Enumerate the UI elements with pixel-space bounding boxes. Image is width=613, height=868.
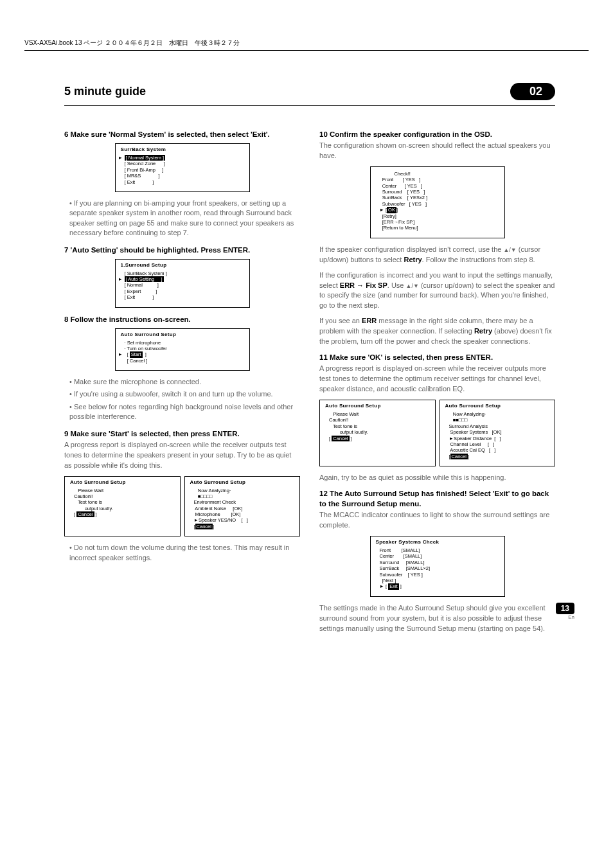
osd-line: [Retry] [380, 213, 499, 219]
err-word: ERR [362, 317, 377, 324]
osd-please-wait-1: Auto Surround Setup Please Wait Caution!… [64, 476, 181, 537]
osd-line: Please Wait [74, 488, 175, 493]
step-9-bullets: Do not turn down the volume during the t… [69, 543, 300, 563]
right-column: 10 Confirm the speaker configuration in … [319, 125, 555, 639]
osd-line: ► [ Exit ] [380, 583, 499, 589]
osd-line: Caution!! [329, 417, 430, 423]
osd-title: 1.Surround Setup [116, 260, 249, 269]
step-9-head: 9 Make sure 'Start' is selected, then pr… [64, 429, 300, 439]
page-title: 5 minute guide [64, 85, 146, 98]
osd-line: Now Analyzing· [449, 411, 550, 417]
step-10-head: 10 Confirm the speaker configuration in … [319, 129, 555, 139]
osd-check: Check!! Front [ YES ] Center [ YES ] Sur… [370, 166, 505, 238]
up-down-icon: ▲/▼ [406, 282, 419, 290]
osd-body: Now Analyzing· ■■□□□ Surround Analysis S… [440, 410, 555, 466]
header-rule [24, 50, 589, 51]
osd-surrback-system: SurrBack System ►[ Normal System ] [ Sec… [115, 143, 250, 192]
chapter-badge: 02 [510, 83, 555, 100]
osd-line: [ SurrBack System ] [125, 270, 244, 276]
page-lang: En [556, 614, 574, 620]
osd-line: Surround [ YES ] [380, 189, 499, 195]
osd-line: Microphone [OK] [194, 511, 295, 517]
osd-line: Test tone is [74, 499, 175, 505]
osd-line: [Next ] [380, 578, 499, 583]
osd-row-analyze-2: Auto Surround Setup Please Wait Caution!… [319, 400, 555, 466]
title-row: 5 minute guide 02 [64, 83, 555, 100]
osd-line: output loudly. [74, 506, 175, 511]
osd-line: [Cancel] [449, 454, 550, 459]
step-12-p2: The settings made in the Auto Surround S… [319, 603, 555, 634]
osd-line: Surround [SMALL] [380, 560, 499, 565]
osd-line: ►[ Normal System ] [125, 155, 244, 161]
osd-line: [ Expert ] [125, 288, 244, 294]
book-header-text: VSX-AX5Ai.book 13 ページ ２００４年６月２日 水曜日 午後３時… [24, 39, 240, 46]
osd-line: Please Wait [329, 411, 430, 417]
osd-line: · Turn on subwoofer [125, 346, 244, 351]
osd-title: Auto Surround Setup [116, 329, 249, 339]
step-8-bullets: Make sure the microphone is connected. I… [69, 377, 300, 422]
osd-env-check: Auto Surround Setup Now Analyzing· ■□□□□… [184, 476, 301, 537]
step-11-head: 11 Make sure 'OK' is selected, then pres… [319, 352, 555, 362]
content-columns: 6 Make sure 'Normal System' is selected,… [64, 125, 555, 639]
osd-line: [ Front Bi-Amp ] [125, 167, 244, 173]
osd-title: Auto Surround Setup [185, 477, 300, 486]
osd-line: Subwoofer [ YES ] [380, 572, 499, 578]
osd-line: Center [SMALL] [380, 553, 499, 559]
osd-line: Environment Check [194, 499, 295, 505]
osd-line: [ Exit ] [125, 294, 244, 300]
osd-line: [ERR→Fix SP.] [380, 219, 499, 225]
text: If you see an [319, 317, 362, 324]
osd-line: [Cancel] [194, 524, 295, 529]
list-item: See below for notes regarding high backg… [69, 402, 300, 422]
osd-line: ►[ Auto Setting ] [125, 276, 244, 282]
page-number: 13 [556, 603, 574, 614]
step-10-p3: If the configuration is incorrect and yo… [319, 270, 555, 312]
step-10-p4: If you see an ERR message in the right s… [319, 316, 555, 347]
title-underline [64, 105, 555, 106]
osd-body: Please Wait Caution!! Test tone is outpu… [65, 486, 180, 524]
errfix-word: ERR → Fix SP [340, 281, 387, 289]
retry-word-2: Retry [474, 327, 492, 335]
text: . Use [387, 281, 406, 289]
osd-line: Subwoofer [ YES ] [380, 201, 499, 207]
osd-line: [ MR&S ] [125, 173, 244, 179]
osd-line: [ Normal ] [125, 282, 244, 288]
osd-line: Test tone is [329, 423, 430, 429]
step-6-head: 6 Make sure 'Normal System' is selected,… [64, 129, 300, 139]
osd-line: Acoustic Cal EQ [ ] [449, 447, 550, 453]
osd-body: Now Analyzing· ■□□□□ Environment Check A… [185, 486, 300, 536]
text: . Follow the instructions from step 8. [422, 256, 535, 263]
osd-title: Auto Surround Setup [65, 477, 180, 486]
step-8-head: 8 Follow the instructions on-screen. [64, 314, 300, 324]
left-column: 6 Make sure 'Normal System' is selected,… [64, 125, 300, 639]
osd-title: Speaker Systems Check [371, 536, 504, 546]
osd-line: [Return to Menu] [380, 225, 499, 231]
osd-line: ■□□□□ [194, 493, 295, 499]
osd-line: Front [ YES ] [380, 177, 499, 182]
text: If the speaker configuration displayed i… [319, 245, 503, 253]
step-10-p2: If the speaker configuration displayed i… [319, 245, 555, 265]
osd-line: ■■□□□ [449, 417, 550, 423]
retry-word: Retry [404, 256, 422, 263]
step-9-body: A progress report is displayed on-screen… [64, 440, 300, 471]
osd-line: SurrBack [SMALL×2] [380, 565, 499, 571]
osd-surround-analysis: Auto Surround Setup Now Analyzing· ■■□□□… [440, 400, 556, 466]
page-number-box: 13 En [556, 603, 574, 620]
osd-line: [ Cancel ] [125, 358, 244, 364]
osd-line: Speaker Systems [OK] [449, 429, 550, 435]
osd-line: ► [ Start ] [125, 351, 244, 357]
osd-line: output loudly. [329, 429, 430, 435]
osd-line: Ambient Noise [OK] [194, 506, 295, 511]
osd-auto-surround-1: Auto Surround Setup · Set microphone · T… [115, 328, 250, 371]
osd-body: Please Wait Caution!! Test tone is outpu… [320, 410, 435, 448]
osd-body: Check!! Front [ YES ] Center [ YES ] Sur… [371, 167, 504, 238]
osd-line: [ Second Zone ] [125, 161, 244, 166]
step-12-body: The MCACC indicator continues to light t… [319, 510, 555, 531]
list-item: Do not turn down the volume during the t… [69, 543, 300, 563]
osd-line: Channel Level [ ] [449, 441, 550, 447]
list-item: If you're using a subwoofer, switch it o… [69, 389, 300, 399]
osd-title: Auto Surround Setup [440, 400, 555, 410]
osd-line: SurrBack [ YESx2 ] [380, 195, 499, 200]
step-11-p2: Again, try to be as quiet as possible wh… [319, 473, 555, 483]
osd-line: Caution!! [74, 493, 175, 499]
